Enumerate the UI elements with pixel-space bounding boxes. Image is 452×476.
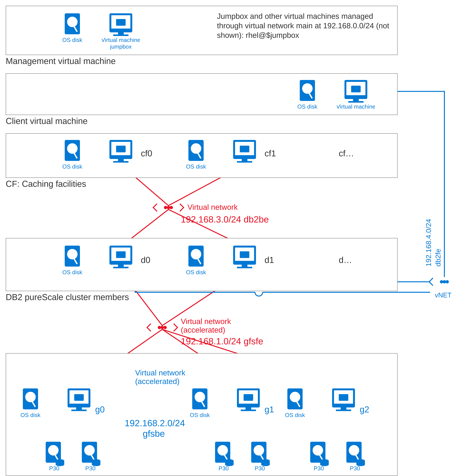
svg-text:OS disk: OS disk bbox=[190, 412, 210, 418]
svg-point-49 bbox=[67, 143, 78, 154]
svg-text:P30: P30 bbox=[314, 465, 324, 471]
client-title: Client virtual machine bbox=[6, 116, 87, 126]
svg-text:P30: P30 bbox=[350, 465, 360, 471]
svg-rect-101 bbox=[241, 409, 256, 411]
svg-point-103 bbox=[290, 392, 300, 402]
svg-text:OS disk: OS disk bbox=[186, 163, 206, 170]
gfsbe-cidr-l1: 192.168.2.0/24 bbox=[125, 418, 185, 428]
db2fe-cidr-l2: db2fe bbox=[434, 233, 442, 267]
vm-icon bbox=[325, 387, 363, 415]
svg-point-147 bbox=[349, 445, 359, 456]
svg-text:P30: P30 bbox=[219, 465, 229, 471]
svg-point-112 bbox=[48, 445, 59, 456]
svg-rect-55 bbox=[118, 159, 124, 161]
os-disk-label: OS disk bbox=[62, 37, 82, 43]
svg-rect-92 bbox=[71, 409, 86, 411]
svg-rect-74 bbox=[113, 267, 128, 268]
svg-text:OS disk: OS disk bbox=[62, 163, 82, 170]
svg-point-126 bbox=[217, 445, 228, 456]
svg-rect-91 bbox=[76, 408, 82, 409]
db2be-cidr: 192.168.3.0/24 db2be bbox=[181, 214, 269, 225]
p30-disk-icon: P30 bbox=[343, 440, 367, 473]
disk-icon: OS disk bbox=[295, 78, 320, 113]
svg-point-94 bbox=[195, 392, 205, 402]
svg-rect-56 bbox=[113, 161, 128, 163]
svg-rect-46 bbox=[348, 101, 364, 103]
svg-rect-100 bbox=[246, 408, 251, 409]
svg-rect-81 bbox=[240, 251, 249, 258]
vm-icon: Virtual machine bbox=[337, 78, 375, 113]
svg-rect-44 bbox=[351, 86, 361, 92]
vm-icon bbox=[226, 244, 264, 272]
svg-point-119 bbox=[84, 445, 95, 456]
disk-icon: OS disk bbox=[283, 387, 307, 422]
svg-text:OS disk: OS disk bbox=[297, 103, 318, 110]
p30-disk-icon: P30 bbox=[306, 440, 331, 473]
disk-icon: OS disk bbox=[18, 387, 43, 422]
svg-text:P30: P30 bbox=[255, 465, 265, 471]
vm-icon bbox=[60, 387, 98, 415]
svg-rect-73 bbox=[118, 265, 124, 267]
cf0-label: cf0 bbox=[141, 148, 152, 158]
cf-more-label: cf… bbox=[339, 148, 354, 158]
svg-point-140 bbox=[312, 445, 323, 456]
vm-label-l1: Virtual machine bbox=[102, 37, 140, 43]
svg-text:OS disk: OS disk bbox=[186, 269, 206, 275]
management-note: Jumpbox and other virtual machines manag… bbox=[217, 11, 395, 40]
disk-icon: OS disk bbox=[187, 387, 212, 422]
svg-text:Virtual machine: Virtual machine bbox=[337, 103, 375, 110]
db2-title: DB2 pureScale cluster members bbox=[6, 292, 129, 302]
svg-point-133 bbox=[254, 445, 264, 456]
svg-rect-82 bbox=[242, 265, 247, 267]
d0-label: d0 bbox=[141, 255, 150, 265]
svg-point-85 bbox=[25, 392, 36, 402]
p30-disk-icon: P30 bbox=[78, 440, 103, 473]
db2fe-cidr-l1: 192.168.4.0/24 bbox=[424, 200, 432, 267]
svg-rect-72 bbox=[116, 251, 126, 258]
svg-rect-90 bbox=[74, 394, 84, 401]
p30-disk-icon: P30 bbox=[211, 440, 236, 473]
gfsbe-cidr-l2: gfsbe bbox=[143, 429, 165, 439]
svg-rect-108 bbox=[339, 394, 348, 401]
p30-disk-icon: P30 bbox=[42, 440, 66, 473]
svg-rect-63 bbox=[240, 146, 249, 152]
vm-icon bbox=[226, 138, 264, 167]
vm-icon: Virtual machine jumpbox bbox=[102, 11, 140, 51]
vnet-caption: vNET bbox=[435, 291, 452, 299]
d1-label: d1 bbox=[265, 255, 274, 265]
svg-text:OS disk: OS disk bbox=[20, 412, 40, 418]
svg-point-58 bbox=[191, 143, 201, 154]
disk-icon: OS disk bbox=[184, 138, 208, 173]
svg-point-76 bbox=[191, 249, 201, 259]
vm-icon bbox=[102, 244, 140, 272]
gfsfe-name-l2: (accelerated) bbox=[181, 326, 225, 334]
svg-rect-65 bbox=[237, 161, 252, 163]
svg-point-67 bbox=[67, 249, 78, 259]
svg-text:OS disk: OS disk bbox=[285, 412, 305, 418]
g2-label: g2 bbox=[360, 405, 369, 414]
management-title: Management virtual machine bbox=[6, 56, 116, 66]
svg-point-39 bbox=[302, 83, 312, 94]
gfsbe-name-l1: Virtual network bbox=[135, 369, 185, 377]
svg-rect-99 bbox=[244, 394, 253, 401]
cf-title: CF: Caching facilities bbox=[6, 179, 86, 189]
vm-label-l2: jumpbox bbox=[110, 43, 132, 50]
disk-icon: OS disk bbox=[60, 244, 85, 279]
g0-label: g0 bbox=[95, 405, 105, 414]
svg-rect-45 bbox=[353, 99, 359, 101]
cf1-label: cf1 bbox=[265, 148, 276, 158]
disk-icon: OS disk bbox=[60, 138, 85, 173]
svg-rect-54 bbox=[116, 146, 126, 152]
g1-label: g1 bbox=[265, 405, 274, 414]
svg-text:P30: P30 bbox=[85, 465, 96, 471]
svg-rect-64 bbox=[242, 159, 247, 161]
gfsfe-cidr: 192.168.1.0/24 gfsfe bbox=[181, 336, 263, 346]
p30-disk-icon: P30 bbox=[247, 440, 272, 473]
disk-icon: OS disk bbox=[60, 11, 85, 47]
vm-icon bbox=[102, 138, 140, 167]
gfsfe-name-l1: Virtual network bbox=[181, 317, 231, 326]
gfsbe-name-l2: (accelerated) bbox=[135, 377, 179, 386]
d-more-label: d… bbox=[339, 255, 352, 265]
svg-point-31 bbox=[67, 17, 78, 27]
svg-rect-36 bbox=[118, 32, 124, 34]
